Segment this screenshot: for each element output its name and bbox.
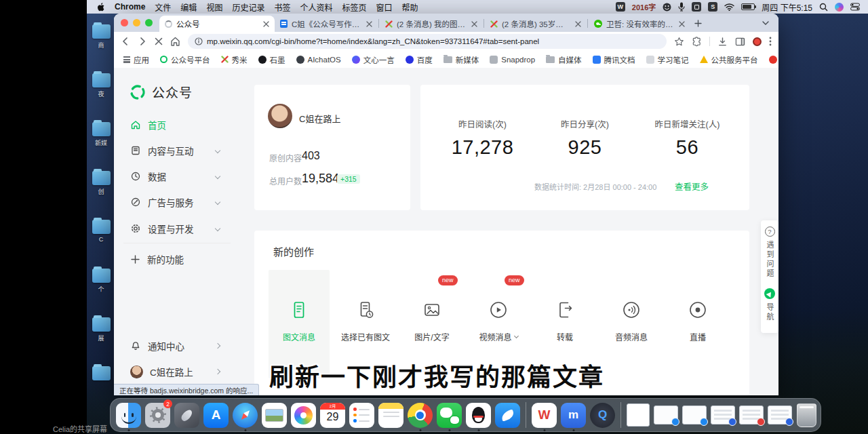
dock-finder[interactable] (115, 401, 142, 429)
desktop-folder[interactable]: 商 (87, 20, 115, 69)
bookmark-xiumi[interactable]: 秀米 (221, 54, 248, 65)
bookmark-snapdrop[interactable]: Snapdrop (490, 56, 535, 64)
bookmark-aichatos[interactable]: AIchatOS (296, 56, 341, 64)
menu-item-tabs[interactable]: 标签页 (342, 1, 366, 13)
desktop-folder[interactable]: 展 (87, 313, 115, 362)
desktop-folder[interactable]: 创 (87, 167, 115, 216)
menu-item-help[interactable]: 帮助 (401, 1, 418, 13)
menu-clock[interactable]: 周四 下午5:15 (762, 1, 812, 13)
dock-launchpad[interactable] (173, 401, 201, 429)
desktop-folder[interactable]: C (87, 216, 115, 264)
creation-item-live[interactable]: 直播 (665, 270, 731, 378)
tab-overflow-button[interactable] (758, 16, 773, 31)
dock-system-preferences[interactable]: 2 (144, 401, 172, 429)
dock-reminders[interactable] (348, 401, 376, 429)
close-window-button[interactable] (121, 19, 128, 26)
menu-item-view[interactable]: 视图 (206, 1, 222, 13)
menu-item-window[interactable]: 窗口 (376, 1, 392, 13)
sidebar-item-settings[interactable]: 设置与开发 (130, 222, 220, 235)
wps-status-icon[interactable]: W (616, 2, 625, 12)
desktop-folder[interactable]: 夜 (87, 69, 115, 118)
back-button[interactable] (121, 37, 130, 46)
dock-minimized-window[interactable] (682, 406, 707, 425)
menu-item-edit[interactable]: 编辑 (180, 1, 197, 13)
bookmark-wenxin[interactable]: 文心一言 (352, 54, 395, 65)
bookmark-lizhi[interactable]: 荔枝微课 (769, 54, 778, 65)
sidebar-item-new-feature[interactable]: 新的功能 (130, 252, 220, 266)
input-method-status-icon[interactable] (692, 2, 701, 12)
dock-notes[interactable] (377, 401, 405, 429)
new-tab-button[interactable] (690, 16, 705, 31)
bookmark-folder-newmedia[interactable]: 新媒体 (443, 54, 479, 65)
dock-wps[interactable]: W (530, 401, 558, 429)
minimize-window-button[interactable] (133, 19, 140, 26)
tab-close-icon[interactable] (679, 21, 685, 27)
sidebar-item-home[interactable]: 首页 (130, 118, 220, 132)
tab-official-account[interactable]: 公众号 (159, 16, 275, 32)
siri-icon[interactable] (835, 3, 844, 12)
dock-safari[interactable] (231, 401, 259, 429)
dock-wechat[interactable] (435, 401, 463, 429)
dock-calendar[interactable]: 2月29 (319, 401, 347, 429)
dock-minimized-qr-window[interactable] (627, 403, 650, 427)
microphone-status-icon[interactable] (678, 2, 685, 12)
profile-avatar[interactable] (268, 104, 292, 128)
dock-minimized-window[interactable] (739, 406, 764, 425)
dock-preview[interactable] (260, 401, 288, 429)
smiley-status-icon[interactable] (663, 3, 671, 12)
creation-item-audio[interactable]: 音频消息 (598, 270, 665, 378)
chrome-menu-icon[interactable] (769, 37, 772, 46)
bookmark-shimo[interactable]: 石墨 (258, 54, 285, 65)
bookmark-tencent-docs[interactable]: 腾讯文档 (593, 54, 635, 65)
dock-quicktime[interactable]: Q (589, 401, 616, 429)
downloads-icon[interactable] (717, 37, 728, 47)
dock-mubu[interactable]: m (559, 401, 587, 429)
sidebar-item-data[interactable]: 数据 (130, 170, 220, 183)
nav-label[interactable]: 导航 (764, 303, 775, 322)
spotlight-search-icon[interactable] (819, 3, 828, 12)
menu-item-bookmarks[interactable]: 书签 (274, 1, 290, 13)
battery-status-icon[interactable] (741, 3, 755, 10)
desktop-folder[interactable]: 个 (87, 264, 115, 313)
dock-photos[interactable] (290, 401, 317, 429)
bookmark-baidu[interactable]: 百度 (406, 54, 433, 65)
apple-menu-icon[interactable] (98, 3, 105, 12)
dock-app-store[interactable]: A (202, 401, 230, 429)
dock-minimized-window[interactable] (654, 406, 678, 425)
tab-xiumi-article[interactable]: (2 条消息) 我的图文 - 秀米XIU (380, 16, 483, 32)
tab-close-icon[interactable] (471, 21, 477, 27)
bookmark-study-notes[interactable]: 学习笔记 (646, 54, 689, 65)
extensions-icon[interactable] (692, 37, 702, 47)
dock-minimized-window[interactable] (711, 406, 735, 425)
wifi-status-icon[interactable] (724, 3, 734, 11)
control-center-icon[interactable] (850, 3, 860, 11)
sidebar-item-content[interactable]: 内容与互动 (130, 144, 220, 157)
sidebar-item-account[interactable]: C姐在路上 (130, 365, 220, 378)
tab-close-icon[interactable] (263, 21, 269, 27)
menu-app-name[interactable]: Chrome (115, 2, 145, 12)
desktop-folder[interactable]: 新媒 (87, 118, 115, 167)
word-count-status[interactable]: 2016字 (632, 1, 656, 12)
tab-xiumi-35[interactable]: (2 条消息) 35岁，走了10年弯 (485, 16, 587, 32)
dock-minimized-window[interactable] (768, 406, 792, 425)
forward-button[interactable] (138, 37, 147, 46)
site-info-icon[interactable] (195, 37, 203, 45)
dock-trash[interactable] (797, 403, 816, 427)
bookmark-star-icon[interactable] (674, 37, 684, 47)
zoom-window-button[interactable] (145, 19, 153, 26)
bookmark-mp-platform[interactable]: 公众号平台 (160, 54, 210, 65)
address-bar[interactable]: mp.weixin.qq.com/cgi-bin/home?t=home/ind… (188, 34, 667, 49)
screen-record-indicator[interactable] (753, 37, 762, 46)
help-label[interactable]: 遇到问题 (764, 241, 775, 279)
menu-item-history[interactable]: 历史记录 (232, 1, 264, 13)
sidebar-item-notifications[interactable]: 通知中心 (130, 339, 220, 353)
menu-item-file[interactable]: 文件 (155, 1, 171, 13)
dock-chrome[interactable] (406, 401, 434, 429)
bookmark-apps[interactable]: 应用 (123, 54, 149, 65)
home-button[interactable] (170, 37, 180, 46)
sidebar-item-ads[interactable]: 广告与服务 (130, 195, 220, 209)
question-icon[interactable]: ? (765, 226, 775, 237)
view-more-link[interactable]: 查看更多 (675, 180, 709, 193)
dock-qq[interactable] (465, 401, 492, 429)
side-panel-icon[interactable] (735, 37, 745, 47)
